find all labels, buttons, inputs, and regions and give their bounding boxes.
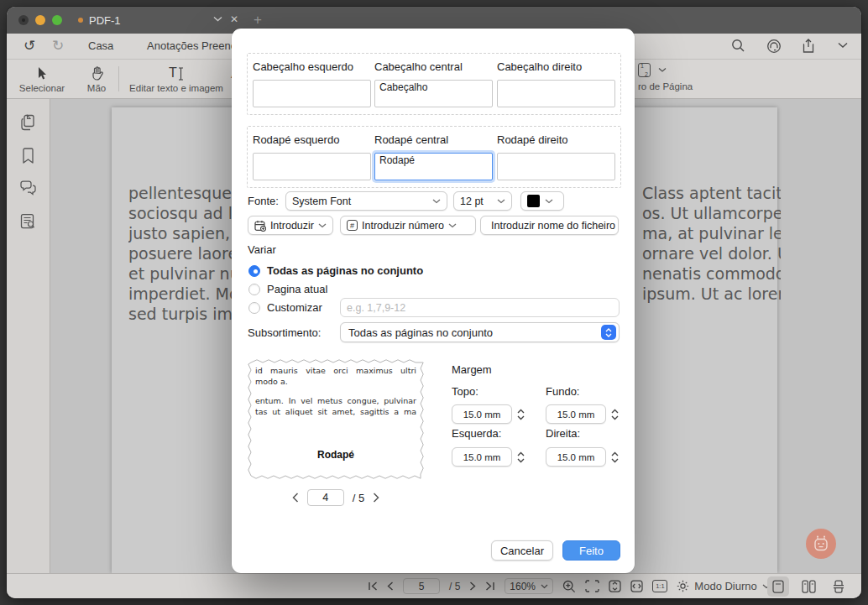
cancel-button[interactable]: Cancelar: [491, 540, 553, 561]
menu-anotacoes[interactable]: Anotações: [147, 39, 198, 52]
custom-range-input[interactable]: [340, 298, 620, 317]
preview-prev-icon[interactable]: [292, 493, 299, 503]
preview-page-total: / 5: [353, 492, 364, 504]
first-page-icon[interactable]: [368, 582, 378, 591]
stepper-icon[interactable]: [611, 451, 619, 463]
preview-footer-text: Rodapé: [248, 449, 424, 461]
previous-page-icon[interactable]: [387, 582, 394, 591]
sun-icon: [677, 580, 689, 592]
insert-date-button[interactable]: Introduzir: [248, 216, 333, 235]
zoom-level-select[interactable]: 160%: [505, 578, 553, 594]
tool-page-number[interactable]: 1 2 ro de Página: [638, 62, 693, 91]
header-right-label: Cabeçalho direito: [497, 60, 615, 73]
tool-edit-text-image[interactable]: T Editar texto e imagem: [124, 64, 228, 93]
search-icon[interactable]: [731, 39, 745, 53]
ai-assistant-button[interactable]: [806, 529, 836, 559]
radio-all-pages[interactable]: Todas as páginas no conjunto: [248, 264, 423, 277]
fit-width-icon[interactable]: [630, 580, 643, 592]
margin-left-label: Esquerda:: [452, 427, 501, 440]
next-page-icon[interactable]: [469, 582, 476, 591]
header-left-label: Cabeçalho esquerdo: [253, 60, 371, 73]
last-page-icon[interactable]: [485, 582, 495, 591]
font-color-select[interactable]: [520, 191, 564, 211]
tool-hand[interactable]: Mão: [79, 64, 114, 93]
fullscreen-window-button[interactable]: [52, 15, 62, 25]
footer-center-input[interactable]: [374, 153, 493, 180]
preview-page-input[interactable]: [307, 489, 344, 506]
header-right-input[interactable]: [497, 80, 615, 107]
menu-casa[interactable]: Casa: [88, 39, 113, 52]
toolbar-divider: [118, 66, 119, 91]
margin-right-label: Direita:: [546, 427, 580, 440]
bookmarks-panel-icon[interactable]: [18, 145, 39, 165]
document-search-panel-icon[interactable]: [18, 211, 39, 231]
footer-left-input[interactable]: [253, 153, 371, 180]
current-page-input[interactable]: [403, 578, 440, 594]
font-size-select[interactable]: 12 pt: [453, 191, 512, 211]
radio-customize[interactable]: Customizar: [248, 301, 322, 314]
actual-size-icon[interactable]: 1:1: [652, 580, 667, 592]
annotations-panel-icon[interactable]: [18, 178, 39, 198]
stepper-icon[interactable]: [611, 409, 619, 420]
two-page-view-icon[interactable]: [797, 576, 819, 597]
radio-current-page[interactable]: Pagina atual: [248, 283, 327, 295]
footer-right-input[interactable]: [497, 153, 615, 180]
zoom-in-icon[interactable]: [562, 580, 576, 593]
header-footer-dialog: Cabeçalho esquerdo Cabeçalho central Cab…: [232, 29, 635, 573]
cursor-arrow-icon: [15, 64, 69, 81]
undo-icon[interactable]: ↺: [24, 37, 35, 55]
toolbar-collapse-chevron-icon[interactable]: [838, 42, 848, 49]
margin-top-input[interactable]: [452, 404, 512, 424]
fit-page-icon[interactable]: [585, 580, 599, 592]
color-swatch: [527, 195, 540, 207]
footer-right-label: Rodapé direito: [497, 133, 615, 146]
font-label: Fonte:: [248, 195, 279, 207]
radio-selected-icon: [248, 265, 260, 277]
page-number-icon: 1 2: [638, 63, 651, 77]
view-mode-select[interactable]: Modo Diurno: [677, 580, 770, 592]
new-tab-button[interactable]: +: [254, 12, 262, 29]
thumbnails-panel-icon[interactable]: [18, 112, 39, 133]
radio-unselected-icon: [248, 302, 260, 314]
single-page-view-icon[interactable]: [767, 576, 789, 597]
insert-number-button[interactable]: # Introduzir número: [340, 216, 476, 235]
close-window-button[interactable]: [18, 15, 29, 25]
footer-left-label: Rodapé esquerdo: [253, 133, 371, 146]
chevron-down-icon: [318, 223, 327, 228]
stepper-icon[interactable]: [517, 451, 525, 463]
margin-top-label: Topo:: [452, 385, 478, 398]
margin-right-input[interactable]: [546, 447, 606, 467]
minimize-window-button[interactable]: [35, 15, 45, 25]
insert-filename-button[interactable]: Introduzir nome do ficheiro: [480, 216, 619, 235]
page-preview: id mauris vitae orci maximus ultri modo …: [248, 359, 424, 479]
stepper-icon[interactable]: [517, 409, 525, 420]
font-family-select[interactable]: System Font: [285, 191, 447, 211]
tab-title[interactable]: PDF-1: [89, 14, 121, 27]
chevron-down-icon: [432, 199, 441, 204]
fit-height-icon[interactable]: [609, 580, 621, 592]
header-left-input[interactable]: [253, 80, 371, 107]
tool-select[interactable]: Selecionar: [15, 64, 69, 93]
done-button[interactable]: Feito: [562, 540, 620, 561]
redo-icon[interactable]: ↻: [52, 37, 64, 55]
tab-chevron-down-icon[interactable]: [213, 16, 222, 22]
screen: PDF-1 ✕ + ↺ ↻ Casa Anotações Preenc: [0, 0, 868, 605]
tab-close-icon[interactable]: ✕: [230, 13, 238, 25]
robot-icon: [812, 535, 830, 553]
left-sidebar: [7, 99, 50, 573]
chevron-down-icon: [541, 584, 548, 589]
margin-left-input[interactable]: [452, 447, 512, 467]
share-icon[interactable]: [802, 39, 815, 54]
hash-icon: #: [347, 220, 358, 231]
chevron-down-icon: [658, 67, 667, 73]
support-headset-icon[interactable]: [766, 39, 782, 54]
margin-right-field: [546, 447, 619, 467]
radio-unselected-icon: [248, 284, 260, 295]
preview-next-icon[interactable]: [373, 493, 379, 503]
continuous-scroll-view-icon[interactable]: [828, 576, 850, 597]
subset-select[interactable]: Todas as páginas no conjunto: [340, 322, 620, 342]
edit-text-icon: T: [124, 64, 228, 81]
header-center-input[interactable]: [374, 80, 493, 107]
margin-bottom-input[interactable]: [546, 404, 606, 424]
header-fieldset: Cabeçalho esquerdo Cabeçalho central Cab…: [247, 53, 621, 115]
